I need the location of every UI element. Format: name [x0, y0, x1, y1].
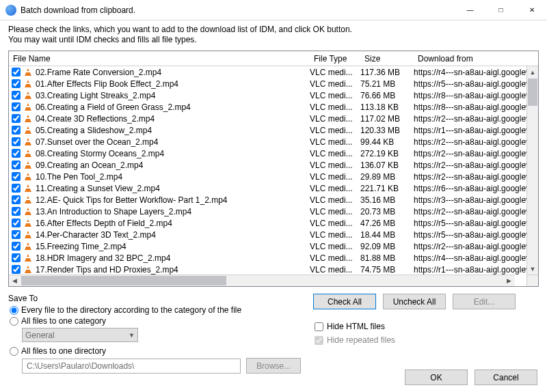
file-size: 136.07 KB — [360, 160, 414, 170]
scroll-up-icon[interactable]: ▲ — [527, 66, 538, 78]
table-row[interactable]: 17.Render Tips and HD Proxies_2.mp4VLC m… — [9, 264, 538, 275]
col-header-size[interactable]: Size — [360, 54, 414, 64]
table-row[interactable]: 04.Create 3D Reflections_2.mp4VLC medi..… — [9, 113, 538, 124]
minimize-button[interactable]: — — [455, 0, 485, 20]
file-size: 35.16 MB — [360, 195, 414, 205]
hide-repeated-label: Hide repeated files — [327, 335, 395, 345]
row-checkbox[interactable] — [12, 137, 21, 146]
row-checkbox[interactable] — [12, 68, 21, 76]
row-checkbox[interactable] — [12, 230, 21, 239]
hide-html-checkbox[interactable]: Hide HTML files — [313, 322, 539, 331]
file-type: VLC medi... — [310, 137, 360, 147]
file-url: https://r5---sn-a8au-aigl.googlevid — [414, 230, 538, 240]
ok-button[interactable]: OK — [405, 369, 468, 385]
list-header[interactable]: File Name File Type Size Download from — [9, 51, 538, 66]
maximize-button[interactable]: □ — [485, 0, 516, 20]
file-type: VLC medi... — [310, 230, 360, 240]
file-name: 14.Per-Character 3D Text_2.mp4 — [36, 230, 156, 240]
cancel-button[interactable]: Cancel — [475, 369, 537, 385]
table-row[interactable]: 02.Frame Rate Conversion_2.mp4VLC medi..… — [9, 66, 538, 78]
horizontal-scrollbar[interactable]: ◀ ▶ — [9, 275, 515, 286]
file-url: https://r1---sn-a8au-aigl.googlevid — [414, 265, 538, 275]
table-row[interactable]: 05.Creating a Slideshow_2.mp4VLC medi...… — [9, 124, 538, 136]
check-all-button[interactable]: Check All — [313, 294, 376, 309]
row-checkbox[interactable] — [12, 207, 21, 216]
category-value: General — [25, 331, 55, 340]
radio-every-file-input[interactable] — [10, 306, 18, 315]
close-button[interactable]: ✕ — [516, 0, 547, 20]
file-size: 117.02 MB — [360, 114, 414, 124]
table-row[interactable]: 15.Freezing Time_2.mp4VLC medi...92.09 M… — [9, 240, 538, 252]
row-checkbox[interactable] — [12, 160, 21, 169]
table-row[interactable]: 14.Per-Character 3D Text_2.mp4VLC medi..… — [9, 229, 538, 240]
file-size: 20.73 MB — [360, 207, 414, 216]
row-checkbox[interactable] — [12, 219, 21, 227]
browse-button[interactable]: Browse... — [246, 358, 301, 374]
right-panel: Check All Uncheck All Edit... Hide HTML … — [313, 294, 539, 374]
row-checkbox[interactable] — [12, 184, 21, 193]
row-checkbox[interactable] — [12, 79, 21, 88]
col-header-from[interactable]: Download from — [414, 54, 526, 64]
path-input[interactable]: C:\Users\Paularo\Downloads\ — [22, 359, 241, 374]
category-combo[interactable]: General ▼ — [22, 328, 138, 342]
file-url: https://r3---sn-a8au-aigl.googlevid — [414, 195, 538, 205]
instruction-line-2: You may wait until IDM checks and fills … — [8, 35, 539, 45]
edit-button[interactable]: Edit... — [453, 294, 516, 309]
table-row[interactable]: 01.After Effects Flip Book Effect_2.mp4V… — [9, 78, 538, 89]
file-url: https://r5---sn-a8au-aigl.googlevid — [414, 79, 538, 89]
table-row[interactable]: 11.Creating a Sunset View_2.mp4VLC medi.… — [9, 182, 538, 194]
table-row[interactable]: 12.AE- Quick Tips for Better Workflow- P… — [9, 194, 538, 206]
vlc-icon — [23, 230, 33, 240]
table-row[interactable]: 07.Sunset over the Ocean_2.mp4VLC medi..… — [9, 136, 538, 148]
row-checkbox[interactable] — [12, 149, 21, 158]
col-header-type[interactable]: File Type — [310, 54, 360, 64]
row-checkbox[interactable] — [12, 253, 21, 262]
row-checkbox[interactable] — [12, 91, 21, 100]
file-type: VLC medi... — [310, 184, 360, 193]
uncheck-all-button[interactable]: Uncheck All — [383, 294, 446, 309]
row-checkbox[interactable] — [12, 126, 21, 135]
file-type: VLC medi... — [310, 149, 360, 158]
table-row[interactable]: 08.Creating Stormy Oceans_2.mp4VLC medi.… — [9, 148, 538, 159]
scroll-down-icon[interactable]: ▼ — [527, 263, 538, 275]
table-row[interactable]: 18.HDR Imagery and 32 BPC_2.mp4VLC medi.… — [9, 252, 538, 264]
row-checkbox[interactable] — [12, 102, 21, 111]
file-size: 75.21 MB — [360, 79, 414, 89]
table-row[interactable]: 13.An Introduction to Shape Layers_2.mp4… — [9, 206, 538, 217]
hscroll-thumb[interactable] — [21, 276, 226, 285]
hide-html-input[interactable] — [315, 322, 323, 331]
table-row[interactable]: 16.After Effects Depth of Field_2.mp4VLC… — [9, 217, 538, 229]
file-size: 272.19 KB — [360, 149, 414, 158]
col-header-name[interactable]: File Name — [9, 54, 310, 64]
file-type: VLC medi... — [310, 242, 360, 251]
table-row[interactable]: 10.The Pen Tool_2.mp4VLC medi...29.89 MB… — [9, 171, 538, 182]
radio-every-file[interactable]: Every file to the directory according to… — [8, 305, 301, 315]
file-url: https://r2---sn-a8au-aigl.googlevid — [414, 160, 538, 170]
vscroll-thumb[interactable] — [528, 79, 537, 106]
vlc-icon — [23, 160, 33, 170]
vlc-icon — [23, 68, 33, 77]
file-type: VLC medi... — [310, 91, 360, 100]
file-type: VLC medi... — [310, 172, 360, 182]
row-checkbox[interactable] — [12, 242, 21, 251]
file-type: VLC medi... — [310, 265, 360, 275]
table-row[interactable]: 09.Creating an Ocean_2.mp4VLC medi...136… — [9, 159, 538, 171]
file-name: 13.An Introduction to Shape Layers_2.mp4 — [36, 207, 191, 216]
row-checkbox[interactable] — [12, 265, 21, 274]
row-checkbox[interactable] — [12, 172, 21, 181]
radio-one-category-input[interactable] — [10, 317, 18, 326]
file-type: VLC medi... — [310, 102, 360, 112]
scroll-right-icon[interactable]: ▶ — [503, 275, 515, 286]
radio-one-directory-input[interactable] — [10, 347, 18, 356]
radio-one-category[interactable]: All files to one category — [8, 316, 301, 326]
radio-one-directory[interactable]: All files to one directory — [8, 346, 301, 356]
radio-one-directory-label: All files to one directory — [21, 346, 106, 356]
table-row[interactable]: 03.Creating Light Streaks_2.mp4VLC medi.… — [9, 89, 538, 101]
scroll-left-icon[interactable]: ◀ — [9, 275, 21, 286]
row-checkbox[interactable] — [12, 195, 21, 204]
table-row[interactable]: 06.Creating a Field of Green Grass_2.mp4… — [9, 101, 538, 113]
vlc-icon — [23, 149, 33, 158]
file-size: 113.18 KB — [360, 102, 414, 112]
vertical-scrollbar[interactable]: ▲ ▼ — [526, 66, 538, 275]
row-checkbox[interactable] — [12, 114, 21, 123]
